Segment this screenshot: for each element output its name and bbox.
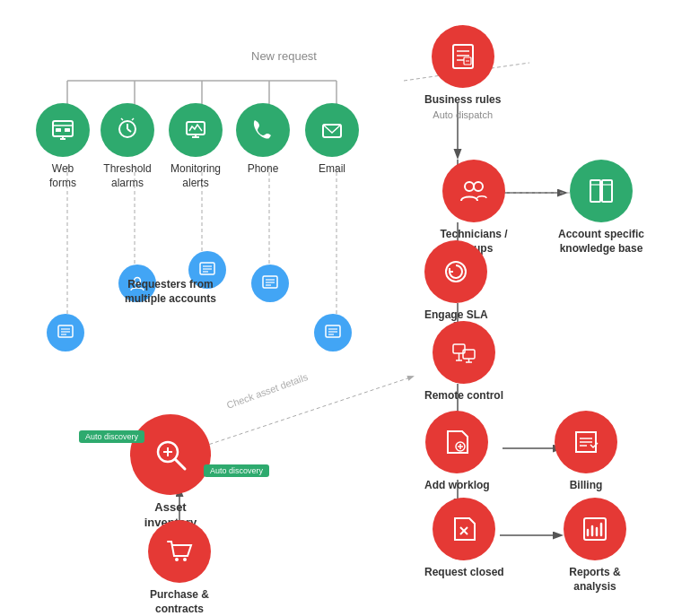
svg-line-34	[132, 118, 134, 120]
requesters-label: Requesters from multiple accounts	[117, 278, 224, 306]
billing-icon	[555, 411, 617, 473]
auto-dispatch-label: Auto dispatch	[433, 109, 493, 120]
threshold-alarms-node: Thresholdalarms	[101, 103, 154, 190]
requester-5-icon	[314, 314, 352, 351]
remote-control-node: Remote control	[424, 321, 503, 403]
asset-inventory-icon	[130, 414, 211, 495]
billing-label: Billing	[570, 479, 603, 493]
purchase-contracts-node: Purchase & contracts	[139, 520, 220, 616]
web-forms-label: Web forms	[49, 162, 76, 190]
purchase-contracts-label: Purchase & contracts	[139, 588, 220, 616]
threshold-alarms-label: Thresholdalarms	[103, 162, 151, 190]
business-rules-node: Business rules Auto dispatch	[424, 25, 501, 120]
knowledge-base-icon	[570, 160, 633, 222]
svg-rect-27	[65, 128, 70, 132]
knowledge-base-label: Account specific knowledge base	[556, 228, 646, 256]
add-worklog-label: Add worklog	[424, 479, 490, 493]
web-forms-icon	[36, 103, 90, 157]
remote-control-label: Remote control	[424, 389, 503, 403]
add-worklog-icon	[425, 411, 488, 473]
auto-discovery-badge-2: Auto discovery	[204, 464, 269, 477]
business-rules-label: Business rules	[424, 93, 501, 108]
phone-label: Phone	[248, 162, 279, 177]
monitoring-alerts-icon	[169, 103, 223, 157]
svg-rect-26	[56, 128, 61, 132]
engage-sla-icon	[424, 240, 487, 303]
billing-node: Billing	[555, 411, 617, 493]
threshold-alarms-icon	[101, 103, 154, 157]
monitoring-alerts-node: Monitoringalerts	[169, 103, 223, 190]
svg-line-33	[121, 118, 123, 120]
check-asset-label: Check asset details	[225, 371, 310, 411]
web-forms-node: Web forms	[36, 103, 90, 190]
svg-line-76	[175, 459, 185, 469]
reports-analysis-node: Reports & analysis	[555, 498, 635, 594]
request-closed-label: Request closed	[424, 566, 504, 580]
requester-4-icon	[251, 265, 289, 302]
email-node: Email	[305, 103, 359, 177]
reports-analysis-label: Reports & analysis	[555, 566, 635, 594]
requester-5	[314, 314, 352, 351]
new-request-label: New request	[251, 49, 317, 63]
svg-point-62	[465, 182, 474, 191]
requester-1-icon	[47, 314, 84, 351]
diagram: New request Web forms	[0, 0, 673, 616]
engage-sla-node: Engage SLA	[424, 240, 488, 323]
svg-rect-65	[602, 180, 612, 202]
email-label: Email	[319, 162, 345, 177]
svg-point-80	[183, 558, 187, 561]
request-closed-icon	[433, 498, 495, 560]
phone-node: Phone	[236, 103, 290, 177]
phone-icon	[236, 103, 290, 157]
business-rules-icon	[432, 25, 494, 88]
auto-discovery-badge-1: Auto discovery	[79, 430, 144, 443]
requester-1	[47, 314, 84, 351]
technicians-icon	[442, 160, 505, 222]
purchase-icon	[148, 520, 211, 583]
svg-line-32	[127, 129, 131, 132]
svg-point-63	[474, 182, 483, 191]
svg-rect-64	[590, 180, 600, 202]
add-worklog-node: Add worklog	[424, 411, 490, 493]
request-closed-node: Request closed	[424, 498, 504, 580]
monitoring-alerts-label: Monitoringalerts	[170, 162, 221, 190]
reports-icon	[564, 498, 626, 560]
svg-point-79	[175, 558, 179, 561]
svg-line-22	[197, 377, 413, 448]
requester-4	[251, 265, 289, 302]
remote-control-icon	[433, 321, 495, 384]
knowledge-base-node: Account specific knowledge base	[556, 160, 646, 256]
email-icon	[305, 103, 359, 157]
